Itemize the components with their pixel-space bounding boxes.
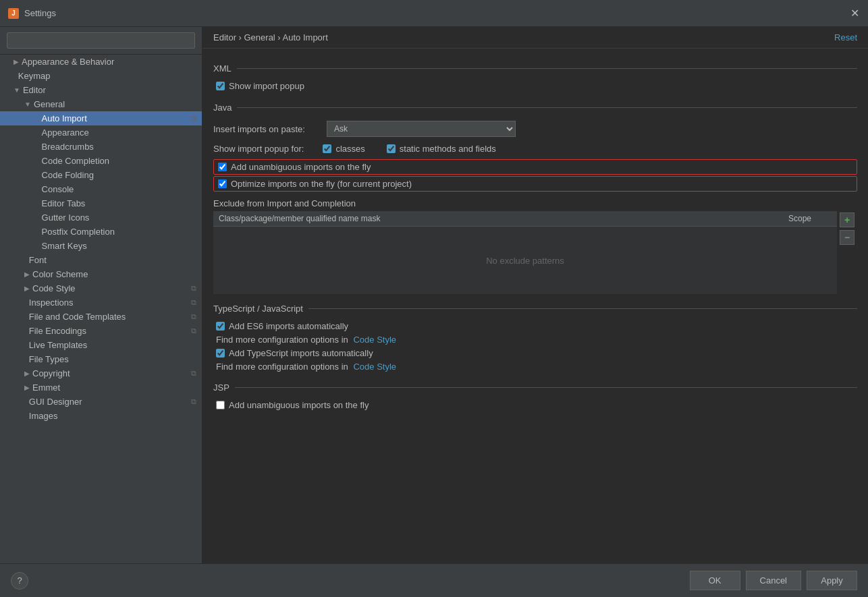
find-config-ts2-text: Find more configuration options in	[216, 362, 348, 372]
sidebar-item-label: General	[34, 99, 196, 109]
table-col2-header: Scope	[783, 211, 837, 226]
sidebar-item-gutter-icons[interactable]: Gutter Icons	[0, 210, 202, 225]
close-button[interactable]: ✕	[849, 8, 860, 19]
xml-show-popup-checkbox[interactable]	[216, 82, 225, 90]
insert-imports-select[interactable]: Ask Always Never	[327, 121, 516, 137]
arrow-icon	[24, 398, 26, 405]
sidebar-item-editor[interactable]: ▼ Editor	[0, 83, 202, 97]
add-es6-checkbox[interactable]	[216, 322, 225, 331]
help-button[interactable]: ?	[11, 572, 28, 590]
footer-right: OK Cancel Apply	[690, 571, 857, 590]
arrow-icon	[24, 412, 26, 420]
sidebar-item-gui-designer[interactable]: GUI Designer ⧉	[0, 395, 202, 409]
arrow-icon	[35, 171, 39, 179]
static-methods-checkbox[interactable]	[387, 144, 396, 153]
table-header: Class/package/member qualified name mask…	[213, 211, 837, 227]
exclude-table-main: Class/package/member qualified name mask…	[213, 211, 837, 294]
static-methods-label: static methods and fields	[400, 144, 496, 154]
sidebar-item-label: Editor	[23, 85, 196, 95]
jsp-add-unambiguous-label: Add unambiguous imports on the fly	[229, 400, 369, 410]
sidebar-item-color-scheme[interactable]: ▶ Color Scheme	[0, 267, 202, 281]
table-actions: + −	[837, 211, 857, 294]
ok-button[interactable]: OK	[690, 571, 740, 590]
arrow-icon	[13, 72, 16, 80]
add-es6-label: Add ES6 imports automatically	[229, 321, 348, 331]
sidebar-item-label: Editor Tabs	[42, 198, 196, 208]
add-es6-row: Add ES6 imports automatically	[213, 319, 857, 333]
arrow-icon: ▶	[24, 370, 30, 377]
code-style-link-1[interactable]: Code Style	[353, 335, 396, 345]
sidebar-item-editor-tabs[interactable]: Editor Tabs	[0, 196, 202, 210]
add-pattern-button[interactable]: +	[840, 212, 855, 227]
cancel-button[interactable]: Cancel	[746, 571, 801, 590]
sidebar-item-appearance-behavior[interactable]: ▶ Appearance & Behavior	[0, 55, 202, 69]
sidebar-item-live-templates[interactable]: Live Templates	[0, 338, 202, 352]
insert-imports-row: Insert imports on paste: Ask Always Neve…	[213, 118, 857, 140]
search-input[interactable]	[7, 32, 195, 49]
arrow-icon	[24, 341, 26, 349]
sidebar-item-auto-import[interactable]: Auto Import ⧉	[0, 111, 202, 125]
sidebar-item-general[interactable]: ▼ General	[0, 97, 202, 111]
arrow-icon	[35, 214, 39, 221]
sidebar-item-file-code-templates[interactable]: File and Code Templates ⧉	[0, 310, 202, 324]
title-bar-left: J Settings	[8, 8, 56, 19]
jsp-add-unambiguous-checkbox[interactable]	[216, 401, 225, 409]
sidebar-item-code-style[interactable]: ▶ Code Style ⧉	[0, 281, 202, 295]
main-layout: ▶ Appearance & Behavior Keymap ▼ Editor …	[0, 27, 868, 563]
sidebar-item-label: Gutter Icons	[42, 212, 196, 223]
sidebar-item-label: Code Completion	[42, 156, 196, 166]
sidebar-item-file-encodings[interactable]: File Encodings ⧉	[0, 324, 202, 338]
sidebar-item-font[interactable]: Font	[0, 253, 202, 267]
java-section-label: Java	[213, 103, 232, 113]
sidebar-item-file-types[interactable]: File Types	[0, 352, 202, 366]
sidebar-item-code-folding[interactable]: Code Folding	[0, 168, 202, 182]
add-ts-checkbox[interactable]	[216, 349, 225, 358]
arrow-icon	[35, 115, 39, 122]
optimize-imports-label: Optimize imports on the fly (for current…	[231, 179, 412, 189]
ts-section-label: TypeScript / JavaScript	[213, 304, 303, 314]
xml-show-popup-row: Show import popup	[213, 79, 857, 93]
ts-section-header: TypeScript / JavaScript	[213, 304, 857, 314]
apply-button[interactable]: Apply	[807, 571, 857, 590]
static-methods-checkbox-wrapper: static methods and fields	[384, 142, 499, 156]
classes-checkbox[interactable]	[323, 144, 331, 153]
sidebar-item-copyright[interactable]: ▶ Copyright ⧉	[0, 366, 202, 380]
remove-pattern-button[interactable]: −	[840, 230, 855, 245]
table-col1-header: Class/package/member qualified name mask	[213, 211, 783, 226]
find-config-ts1-text: Find more configuration options in	[216, 335, 348, 345]
sidebar-item-console[interactable]: Console	[0, 182, 202, 196]
reset-link[interactable]: Reset	[834, 32, 857, 42]
sidebar-item-images[interactable]: Images	[0, 409, 202, 423]
sidebar-item-postfix-completion[interactable]: Postfix Completion	[0, 225, 202, 239]
copy-icon: ⧉	[191, 326, 196, 335]
breadcrumb: Editor › General › Auto Import	[213, 32, 328, 42]
sidebar-item-keymap[interactable]: Keymap	[0, 69, 202, 83]
jsp-add-unambiguous-row: Add unambiguous imports on the fly	[213, 398, 857, 412]
code-style-link-2[interactable]: Code Style	[353, 362, 396, 372]
sidebar-item-smart-keys[interactable]: Smart Keys	[0, 239, 202, 253]
sidebar-item-code-completion[interactable]: Code Completion	[0, 154, 202, 168]
sidebar-item-label: File Types	[29, 354, 196, 364]
arrow-icon	[35, 129, 39, 136]
optimize-imports-checkbox[interactable]	[218, 179, 227, 188]
arrow-icon: ▶	[24, 285, 30, 292]
sidebar-item-label: Breadcrumbs	[42, 142, 196, 152]
sidebar-item-inspections[interactable]: Inspections ⧉	[0, 295, 202, 310]
arrow-icon	[24, 256, 26, 264]
arrow-icon	[24, 299, 26, 306]
find-config-ts1-row: Find more configuration options in Code …	[213, 333, 857, 346]
arrow-icon: ▶	[24, 384, 30, 391]
arrow-icon	[35, 200, 39, 207]
search-box	[0, 27, 202, 55]
sidebar-item-emmet[interactable]: ▶ Emmet	[0, 380, 202, 395]
add-unambiguous-label: Add unambiguous imports on the fly	[231, 162, 371, 172]
sidebar-item-label: File and Code Templates	[29, 312, 191, 322]
sidebar-item-breadcrumbs[interactable]: Breadcrumbs	[0, 140, 202, 154]
arrow-icon	[35, 242, 39, 250]
xml-section-label: XML	[213, 63, 232, 74]
add-unambiguous-checkbox[interactable]	[218, 163, 227, 171]
window-title: Settings	[24, 8, 56, 18]
sidebar-item-appearance[interactable]: Appearance	[0, 125, 202, 140]
classes-label: classes	[335, 144, 364, 154]
arrow-icon: ▶	[24, 271, 30, 278]
